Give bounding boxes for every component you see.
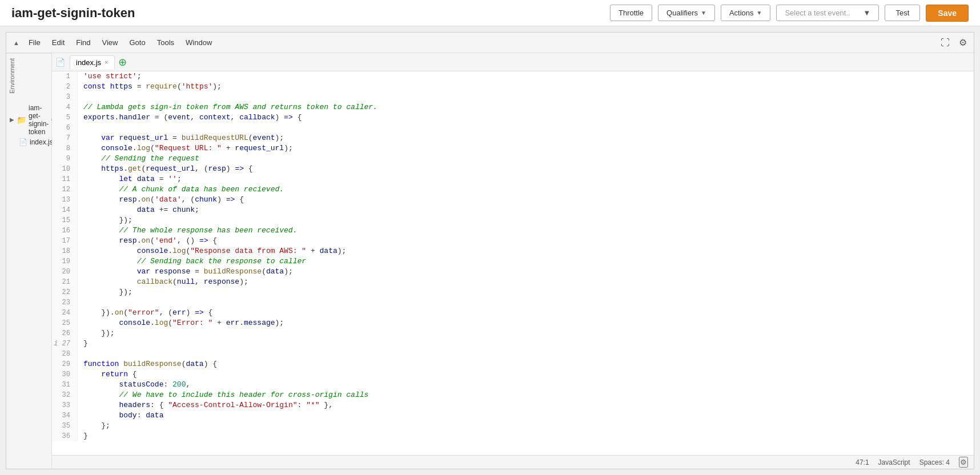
editor-settings-button[interactable]: ⚙	[957, 36, 969, 49]
language-indicator: JavaScript	[878, 458, 910, 466]
line-content[interactable]: // We have to include this header for cr…	[78, 390, 368, 400]
code-line: 7 var request_url = buildRequestURL(even…	[52, 133, 974, 143]
save-button[interactable]: Save	[926, 5, 969, 22]
code-line: 18 console.log("Response data from AWS: …	[52, 246, 974, 256]
code-editor[interactable]: 1 'use strict'; 2 const https = require(…	[52, 71, 974, 455]
line-content[interactable]: }).on("error", (err) => {	[78, 308, 212, 318]
line-number: 36	[52, 431, 78, 441]
menu-find[interactable]: Find	[71, 36, 95, 49]
menu-edit[interactable]: Edit	[47, 36, 69, 49]
new-tab-icon[interactable]: ⊕	[118, 56, 127, 69]
test-event-selector[interactable]: Select a test event.. ▼	[776, 5, 879, 21]
line-content[interactable]: console.log("Response data from AWS: " +…	[78, 246, 346, 256]
menu-tools[interactable]: Tools	[152, 36, 179, 49]
line-content[interactable]: // A chunk of data has been recieved.	[78, 184, 284, 195]
code-line: 26 });	[52, 328, 974, 339]
line-content[interactable]: resp.on('data', (chunk) => {	[78, 195, 244, 205]
code-line: 12 // A chunk of data has been recieved.	[52, 184, 974, 195]
line-content[interactable]: statusCode: 200,	[78, 380, 190, 390]
line-number: 1	[52, 71, 78, 82]
code-line: 16 // The whole response has been receiv…	[52, 226, 974, 236]
file-tree: ▶ 📁 iam-get-signin-token ⚙ 📄 index.js	[6, 98, 51, 469]
menu-view[interactable]: View	[98, 36, 123, 49]
test-button[interactable]: Test	[885, 5, 920, 21]
line-content[interactable]	[78, 92, 83, 102]
code-line: 36 }	[52, 431, 974, 441]
menu-file[interactable]: File	[24, 36, 45, 49]
line-number: 10	[52, 164, 78, 174]
line-content[interactable]: var response = buildResponse(data);	[78, 267, 293, 277]
line-content[interactable]: console.log("Request URL: " + request_ur…	[78, 143, 293, 154]
new-file-icon[interactable]: 📄	[54, 57, 66, 68]
line-content[interactable]	[78, 349, 83, 359]
menu-goto[interactable]: Goto	[125, 36, 150, 49]
qualifiers-button[interactable]: Qualifiers ▼	[658, 5, 715, 21]
line-content[interactable]	[78, 123, 83, 133]
code-line: 30 return {	[52, 369, 974, 380]
line-number: 26	[52, 328, 78, 339]
line-content[interactable]: console.log("Error: " + err.message);	[78, 318, 284, 328]
editor-toolbar: ▲ File Edit Find View Goto Tools Window …	[6, 33, 974, 53]
folder-name: iam-get-signin-token	[29, 104, 49, 136]
code-line: 5 exports.handler = (event, context, cal…	[52, 112, 974, 123]
menu-window[interactable]: Window	[181, 36, 216, 49]
line-number: 25	[52, 318, 78, 328]
collapse-button[interactable]: ▲	[11, 38, 22, 47]
folder-triangle-icon: ▶	[10, 116, 14, 123]
line-number: 5	[52, 112, 78, 123]
line-content[interactable]: });	[78, 287, 132, 297]
spaces-indicator: Spaces: 4	[919, 458, 950, 466]
line-number: 18	[52, 246, 78, 256]
code-line: 10 https.get(request_url, (resp) => {	[52, 164, 974, 174]
line-content[interactable]: 'use strict';	[78, 71, 141, 82]
line-content[interactable]: var request_url = buildRequestURL(event)…	[78, 133, 284, 143]
line-content[interactable]: headers: { "Access-Control-Allow-Origin"…	[78, 400, 333, 410]
line-content[interactable]: exports.handler = (event, context, callb…	[78, 112, 302, 123]
code-line: 2 const https = require('https');	[52, 82, 974, 92]
line-content[interactable]: // Sending the request	[78, 154, 199, 164]
fullscreen-button[interactable]: ⛶	[938, 36, 952, 49]
function-name: iam-get-signin-token	[11, 6, 135, 21]
line-content[interactable]: data += chunk;	[78, 205, 199, 215]
line-content[interactable]: const https = require('https');	[78, 82, 222, 92]
test-event-chevron-icon: ▼	[863, 9, 871, 17]
line-content[interactable]: https.get(request_url, (resp) => {	[78, 164, 253, 174]
code-line: 8 console.log("Request URL: " + request_…	[52, 143, 974, 154]
line-number: 15	[52, 215, 78, 226]
line-content[interactable]: return {	[78, 369, 137, 380]
line-number: 32	[52, 390, 78, 400]
line-number: 11	[52, 174, 78, 184]
actions-button[interactable]: Actions ▼	[721, 5, 771, 21]
code-line: 1 'use strict';	[52, 71, 974, 82]
line-number: 24	[52, 308, 78, 318]
line-number: i 27	[52, 339, 78, 349]
file-item-index[interactable]: 📄 index.js	[9, 137, 49, 147]
code-line: 24 }).on("error", (err) => {	[52, 308, 974, 318]
line-number: 17	[52, 236, 78, 246]
line-content[interactable]	[78, 297, 83, 308]
line-content[interactable]: });	[78, 215, 132, 226]
editor-body: Environment ▶ 📁 iam-get-signin-token ⚙ 📄…	[6, 53, 974, 469]
status-settings-icon[interactable]: ⚙	[959, 457, 968, 468]
tab-close-icon[interactable]: ×	[105, 59, 108, 66]
line-content[interactable]: function buildResponse(data) {	[78, 359, 217, 369]
line-content[interactable]: let data = '';	[78, 174, 182, 184]
line-content[interactable]: }	[78, 431, 88, 441]
line-number: 23	[52, 297, 78, 308]
code-line: 33 headers: { "Access-Control-Allow-Orig…	[52, 400, 974, 410]
line-content[interactable]: }	[78, 339, 88, 349]
line-content[interactable]: // Lambda gets sign-in token from AWS an…	[78, 102, 377, 112]
line-content[interactable]: });	[78, 328, 115, 339]
line-content[interactable]: body: data	[78, 410, 163, 421]
editor-main: 📄 index.js × ⊕ 1 'use strict'; 2 const h…	[52, 53, 974, 469]
line-content[interactable]: };	[78, 421, 110, 431]
line-content[interactable]: // Sending back the response to caller	[78, 256, 306, 267]
line-content[interactable]: callback(null, response);	[78, 277, 248, 287]
line-content[interactable]: // The whole response has been received.	[78, 226, 297, 236]
line-content[interactable]: resp.on('end', () => {	[78, 236, 217, 246]
folder-item[interactable]: ▶ 📁 iam-get-signin-token ⚙	[9, 103, 49, 137]
tab-index-js[interactable]: index.js ×	[70, 55, 115, 69]
code-line: 22 });	[52, 287, 974, 297]
throttle-button[interactable]: Throttle	[610, 5, 652, 21]
code-line: 31 statusCode: 200,	[52, 380, 974, 390]
